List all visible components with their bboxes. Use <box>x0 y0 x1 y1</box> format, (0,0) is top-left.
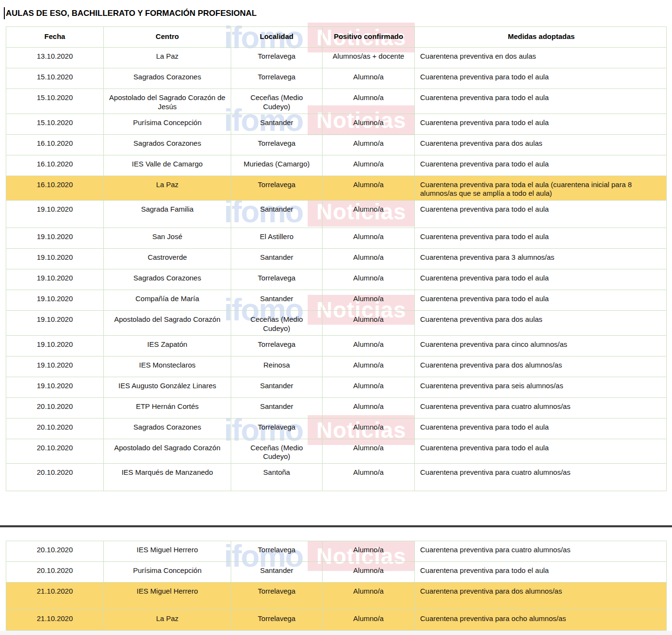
table-row: 16.10.2020La PazTorrelavegaAlumno/aCuare… <box>6 176 667 201</box>
cell-positivo: Alumno/a <box>323 249 415 269</box>
cell-positivo: Alumno/a <box>323 610 415 631</box>
cell-positivo: Alumno/a <box>323 439 415 464</box>
table-row: 20.10.2020Purísima ConcepciónSantanderAl… <box>6 562 667 583</box>
cell-localidad: Muriedas (Camargo) <box>231 155 323 176</box>
cell-centro: La Paz <box>104 610 231 631</box>
cell-localidad: Torrelavega <box>231 134 323 155</box>
column-header-localidad: Localidad <box>231 27 323 48</box>
table-row: 19.10.2020San JoséEl AstilleroAlumno/aCu… <box>6 228 667 249</box>
cell-centro: Castroverde <box>104 249 231 269</box>
column-header-positivo: Positivo confirmado <box>323 27 415 48</box>
cell-positivo: Alumno/a <box>323 377 415 397</box>
cell-localidad: Torrelavega <box>231 68 323 89</box>
cell-centro: Sagrados Corazones <box>104 418 231 439</box>
cell-medidas: Cuarentena preventiva para todo el aula <box>415 439 667 464</box>
cell-medidas: Cuarentena preventiva para cuatro alumno… <box>415 464 667 491</box>
column-header-fecha: Fecha <box>6 27 104 48</box>
table-row: 20.10.2020Sagrados CorazonesTorrelavegaA… <box>6 418 667 439</box>
table-row: 19.10.2020Sagrada FamiliaSantanderAlumno… <box>6 201 667 228</box>
cell-localidad: Ceceñas (Medio Cudeyo) <box>231 439 323 464</box>
cell-localidad: Torrelavega <box>231 269 323 290</box>
cases-table-continued: 20.10.2020IES Miguel HerreroTorrelavegaA… <box>6 541 667 631</box>
cell-centro: IES Augusto González Linares <box>104 377 231 397</box>
cell-positivo: Alumno/a <box>323 418 415 439</box>
table-row: 19.10.2020Apostolado del Sagrado Corazón… <box>6 311 667 336</box>
cell-localidad: Torrelavega <box>231 583 323 610</box>
table-header-row: FechaCentroLocalidadPositivo confirmadoM… <box>6 27 667 48</box>
cell-fecha: 15.10.2020 <box>6 68 104 89</box>
cell-fecha: 20.10.2020 <box>6 439 104 464</box>
cell-fecha: 19.10.2020 <box>6 201 104 228</box>
cell-medidas: Cuarentena preventiva para dos aulas <box>415 134 667 155</box>
cell-medidas: Cuarentena preventiva para todo el aula <box>415 89 667 114</box>
cell-positivo: Alumno/a <box>323 114 415 134</box>
cell-centro: IES Marqués de Manzanedo <box>104 464 231 491</box>
cell-medidas: Cuarentena preventiva para dos alumnos/a… <box>415 583 667 610</box>
cell-positivo: Alumno/a <box>323 68 415 89</box>
cell-localidad: Santander <box>231 249 323 269</box>
cell-medidas: Cuarentena preventiva para ocho alumnos/… <box>415 610 667 631</box>
cell-centro: ETP Hernán Cortés <box>104 397 231 418</box>
cell-positivo: Alumno/a <box>323 541 415 562</box>
document-page: ifomoNoticiasifomoNoticiasifomoNoticiasi… <box>0 0 672 635</box>
cell-positivo: Alumno/a <box>323 201 415 228</box>
cell-centro: IES Monsteclaros <box>104 356 231 377</box>
cell-fecha: 13.10.2020 <box>6 48 104 68</box>
column-header-centro: Centro <box>104 27 231 48</box>
cell-positivo: Alumno/a <box>323 397 415 418</box>
cell-positivo: Alumno/a <box>323 155 415 176</box>
cell-localidad: Santoña <box>231 464 323 491</box>
table-row: 19.10.2020Compañía de MaríaSantanderAlum… <box>6 290 667 311</box>
cell-fecha: 21.10.2020 <box>6 610 104 631</box>
cell-fecha: 19.10.2020 <box>6 290 104 311</box>
cell-localidad: Torrelavega <box>231 48 323 68</box>
cell-centro: Sagrada Familia <box>104 201 231 228</box>
page-title: AULAS DE ESO, BACHILLERATO Y FORMACIÓN P… <box>6 9 257 18</box>
cell-medidas: Cuarentena preventiva para cuatro alumno… <box>415 541 667 562</box>
cell-localidad: Torrelavega <box>231 418 323 439</box>
cell-localidad: Torrelavega <box>231 176 323 201</box>
cell-localidad: Torrelavega <box>231 610 323 631</box>
cell-localidad: Santander <box>231 114 323 134</box>
cell-fecha: 15.10.2020 <box>6 114 104 134</box>
cell-centro: Compañía de María <box>104 290 231 311</box>
cell-fecha: 20.10.2020 <box>6 562 104 583</box>
table-row: 19.10.2020CastroverdeSantanderAlumno/aCu… <box>6 249 667 269</box>
cell-localidad: Santander <box>231 201 323 228</box>
cell-fecha: 15.10.2020 <box>6 89 104 114</box>
cell-medidas: Cuarentena preventiva para dos aulas <box>415 311 667 336</box>
table-row: 16.10.2020Sagrados CorazonesTorrelavegaA… <box>6 134 667 155</box>
cell-fecha: 16.10.2020 <box>6 134 104 155</box>
cell-positivo: Alumno/a <box>323 562 415 583</box>
cell-localidad: Santander <box>231 562 323 583</box>
table-row: 20.10.2020Apostolado del Sagrado Corazón… <box>6 439 667 464</box>
text-cursor <box>4 7 5 19</box>
title-row: AULAS DE ESO, BACHILLERATO Y FORMACIÓN P… <box>4 7 257 19</box>
cell-positivo: Alumno/a <box>323 356 415 377</box>
cell-centro: Purísima Concepción <box>104 114 231 134</box>
cell-medidas: Cuarentena preventiva para todo el aula <box>415 228 667 249</box>
cell-localidad: Santander <box>231 377 323 397</box>
cell-fecha: 20.10.2020 <box>6 464 104 491</box>
cell-fecha: 20.10.2020 <box>6 397 104 418</box>
cell-fecha: 19.10.2020 <box>6 335 104 356</box>
cell-centro: La Paz <box>104 176 231 201</box>
cell-localidad: El Astillero <box>231 228 323 249</box>
cell-fecha: 19.10.2020 <box>6 269 104 290</box>
cell-centro: IES Miguel Herrero <box>104 583 231 610</box>
cell-positivo: Alumno/a <box>323 134 415 155</box>
cell-positivo: Alumno/a <box>323 228 415 249</box>
cell-fecha: 19.10.2020 <box>6 377 104 397</box>
column-header-medidas: Medidas adoptadas <box>415 27 667 48</box>
cell-positivo: Alumno/a <box>323 583 415 610</box>
cell-medidas: Cuarentena preventiva para seis alumnos/… <box>415 377 667 397</box>
cell-positivo: Alumno/a <box>323 269 415 290</box>
cell-medidas: Cuarentena preventiva para 3 alumnos/as <box>415 249 667 269</box>
cell-centro: Apostolado del Sagrado Corazón <box>104 311 231 336</box>
cell-medidas: Cuarentena preventiva para todo el aula <box>415 269 667 290</box>
cell-medidas: Cuarentena preventiva en dos aulas <box>415 48 667 68</box>
cell-fecha: 21.10.2020 <box>6 583 104 610</box>
table-row: 19.10.2020IES Augusto González LinaresSa… <box>6 377 667 397</box>
cell-centro: La Paz <box>104 48 231 68</box>
cell-positivo: Alumno/a <box>323 311 415 336</box>
